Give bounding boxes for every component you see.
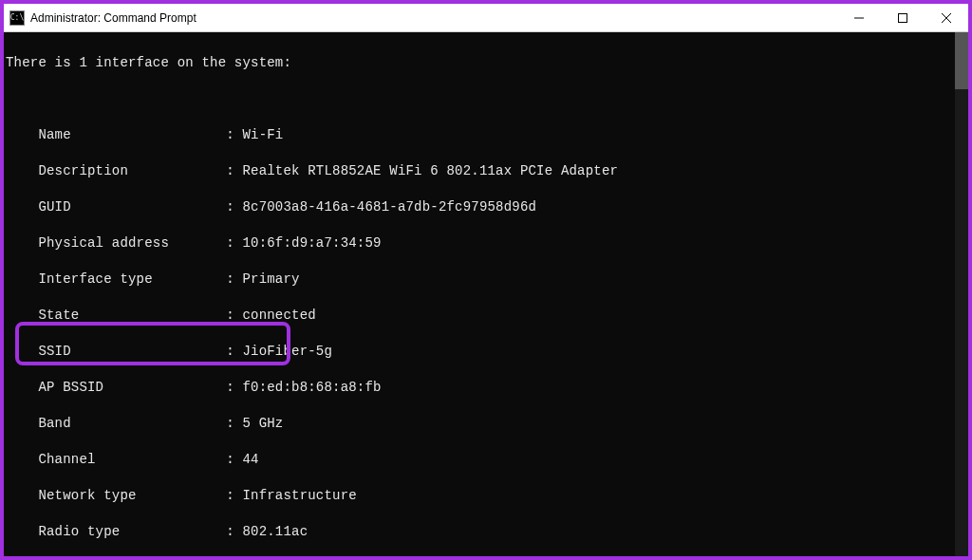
output-line: Channel : 44	[6, 451, 955, 469]
output-line: Interface type : Primary	[6, 271, 955, 289]
window-frame: C:\ Administrator: Command Prompt There …	[0, 0, 972, 560]
output-line: There is 1 interface on the system:	[6, 54, 955, 72]
title-bar[interactable]: C:\ Administrator: Command Prompt	[4, 4, 968, 32]
console-output[interactable]: There is 1 interface on the system: Name…	[4, 32, 955, 556]
output-line: Radio type : 802.11ac	[6, 523, 955, 541]
scrollbar[interactable]	[955, 32, 968, 556]
output-line: Network type : Infrastructure	[6, 487, 955, 505]
output-line: Band : 5 GHz	[6, 415, 955, 433]
output-line: Name : Wi-Fi	[6, 126, 955, 144]
cmd-icon: C:\	[9, 10, 25, 26]
svg-rect-1	[899, 13, 907, 22]
maximize-button[interactable]	[881, 4, 925, 32]
scrollbar-thumb[interactable]	[955, 32, 968, 89]
output-line: GUID : 8c7003a8-416a-4681-a7db-2fc97958d…	[6, 198, 955, 216]
output-line: Physical address : 10:6f:d9:a7:34:59	[6, 234, 955, 252]
output-line: State : connected	[6, 307, 955, 325]
output-line	[6, 90, 955, 108]
output-line: AP BSSID : f0:ed:b8:68:a8:fb	[6, 379, 955, 397]
output-line: Description : Realtek RTL8852AE WiFi 6 8…	[6, 162, 955, 180]
close-button[interactable]	[925, 4, 968, 32]
output-line: SSID : JioFiber-5g	[6, 343, 955, 361]
minimize-button[interactable]	[837, 4, 881, 32]
window-title: Administrator: Command Prompt	[30, 11, 196, 25]
